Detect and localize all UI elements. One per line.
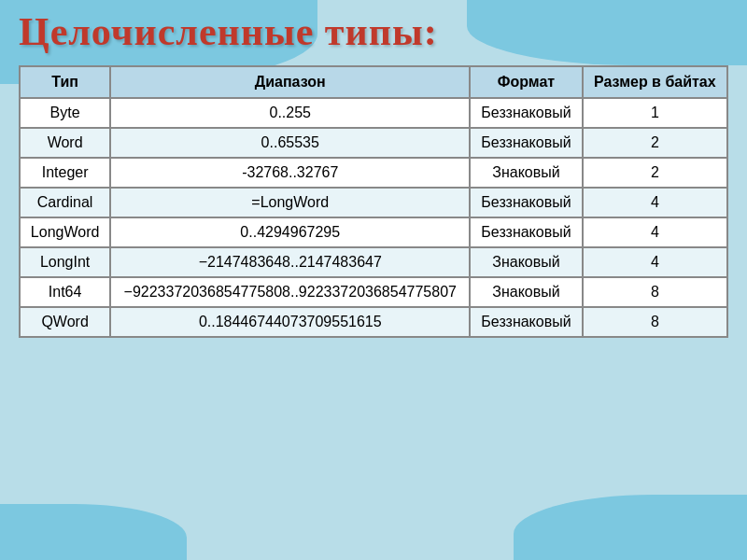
cell-size: 8 [583, 277, 727, 307]
cell-type: Cardinal [20, 188, 110, 217]
integer-types-table: Тип Диапазон Формат Размер в байтах Byte… [19, 65, 728, 338]
table-row: Integer-32768..32767Знаковый2 [20, 158, 727, 188]
cell-format: Знаковый [470, 158, 582, 188]
cell-size: 1 [583, 98, 727, 128]
cell-range: −9223372036854775808..922337203685477580… [110, 277, 470, 307]
col-header-range: Диапазон [110, 66, 470, 98]
cell-range: 0..255 [110, 98, 470, 128]
table-row: Word0..65535Беззнаковый2 [20, 128, 727, 158]
cell-range: =LongWord [110, 188, 470, 217]
cell-type: Byte [20, 98, 110, 128]
col-header-type: Тип [20, 66, 110, 98]
table-row: Byte0..255Беззнаковый1 [20, 98, 727, 128]
cell-size: 4 [583, 217, 727, 247]
cell-type: LongInt [20, 247, 110, 277]
cell-size: 4 [583, 188, 727, 217]
table-row: QWord0..18446744073709551615Беззнаковый8 [20, 307, 727, 337]
col-header-format: Формат [470, 66, 582, 98]
cell-range: −2147483648..2147483647 [110, 247, 470, 277]
cell-format: Беззнаковый [470, 128, 582, 158]
cell-format: Беззнаковый [470, 307, 582, 337]
cell-type: Integer [20, 158, 110, 188]
cell-type: Word [20, 128, 110, 158]
cell-range: -32768..32767 [110, 158, 470, 188]
table-row: LongWord0..4294967295Беззнаковый4 [20, 217, 727, 247]
cell-range: 0..65535 [110, 128, 470, 158]
table-row: Cardinal=LongWordБеззнаковый4 [20, 188, 727, 217]
cell-range: 0..4294967295 [110, 217, 470, 247]
cell-type: QWord [20, 307, 110, 337]
cell-format: Знаковый [470, 247, 582, 277]
cell-range: 0..18446744073709551615 [110, 307, 470, 337]
cell-size: 8 [583, 307, 727, 337]
cell-format: Знаковый [470, 277, 582, 307]
table-row: Int64−9223372036854775808..9223372036854… [20, 277, 727, 307]
cell-format: Беззнаковый [470, 188, 582, 217]
cell-size: 2 [583, 158, 727, 188]
table-header-row: Тип Диапазон Формат Размер в байтах [20, 66, 727, 98]
col-header-size: Размер в байтах [583, 66, 727, 98]
cell-type: Int64 [20, 277, 110, 307]
table-row: LongInt−2147483648..2147483647Знаковый4 [20, 247, 727, 277]
cell-format: Беззнаковый [470, 98, 582, 128]
cell-type: LongWord [20, 217, 110, 247]
cell-format: Беззнаковый [470, 217, 582, 247]
cell-size: 2 [583, 128, 727, 158]
page-title: Целочисленные типы: [19, 9, 728, 54]
cell-size: 4 [583, 247, 727, 277]
